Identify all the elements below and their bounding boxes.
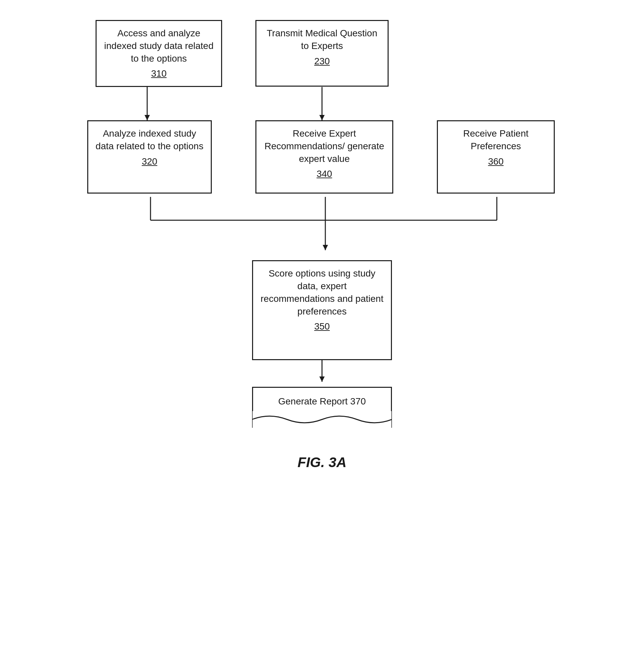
svg-marker-12 bbox=[319, 377, 325, 382]
box-350-label: Score options using study data, expert r… bbox=[261, 268, 384, 316]
box-340-label: Receive Expert Recommendations/ generate… bbox=[264, 128, 384, 164]
diagram-container: Access and analyze indexed study data re… bbox=[56, 20, 588, 470]
wavy-bottom bbox=[252, 411, 392, 428]
box-350-row: Score options using study data, expert r… bbox=[84, 260, 560, 360]
box-370: Generate Report 370 bbox=[252, 387, 392, 411]
box-310-ref: 310 bbox=[103, 67, 215, 80]
box-310-label: Access and analyze indexed study data re… bbox=[104, 28, 214, 64]
row-1: Access and analyze indexed study data re… bbox=[56, 20, 588, 87]
box-360: Receive Patient Preferences 360 bbox=[437, 120, 555, 194]
box-230: Transmit Medical Question to Experts 230 bbox=[255, 20, 389, 87]
connector-svg-main: Analyze indexed study data related to th… bbox=[84, 87, 560, 260]
box-370-label: Generate Report bbox=[278, 396, 348, 406]
box-370-row: Generate Report 370 bbox=[84, 387, 560, 428]
box-340-ref: 340 bbox=[263, 168, 386, 181]
box-360-ref: 360 bbox=[445, 155, 547, 168]
box-230-ref: 230 bbox=[263, 55, 381, 67]
box-340: Receive Expert Recommendations/ generate… bbox=[255, 120, 393, 194]
box-320-ref: 320 bbox=[95, 155, 204, 168]
col-center-top: Transmit Medical Question to Experts 230 bbox=[234, 20, 410, 87]
box-320: Analyze indexed study data related to th… bbox=[87, 120, 212, 194]
figure-title-text: FIG. 3A bbox=[297, 455, 346, 470]
box-310: Access and analyze indexed study data re… bbox=[95, 20, 222, 87]
box-360-label: Receive Patient Preferences bbox=[463, 128, 528, 151]
col-left-top: Access and analyze indexed study data re… bbox=[84, 20, 234, 87]
box-230-label: Transmit Medical Question to Experts bbox=[267, 28, 377, 51]
figure-caption: FIG. 3A bbox=[297, 455, 346, 470]
box-370-wrapper: Generate Report 370 bbox=[252, 387, 392, 428]
box-320-label: Analyze indexed study data related to th… bbox=[95, 128, 203, 151]
box-350-ref: 350 bbox=[260, 320, 384, 333]
box-350: Score options using study data, expert r… bbox=[252, 260, 392, 360]
box-370-ref: 370 bbox=[350, 396, 366, 406]
svg-marker-3 bbox=[319, 115, 325, 120]
svg-marker-1 bbox=[144, 115, 150, 120]
arrow-350-370 bbox=[84, 360, 560, 387]
svg-marker-10 bbox=[323, 245, 328, 250]
